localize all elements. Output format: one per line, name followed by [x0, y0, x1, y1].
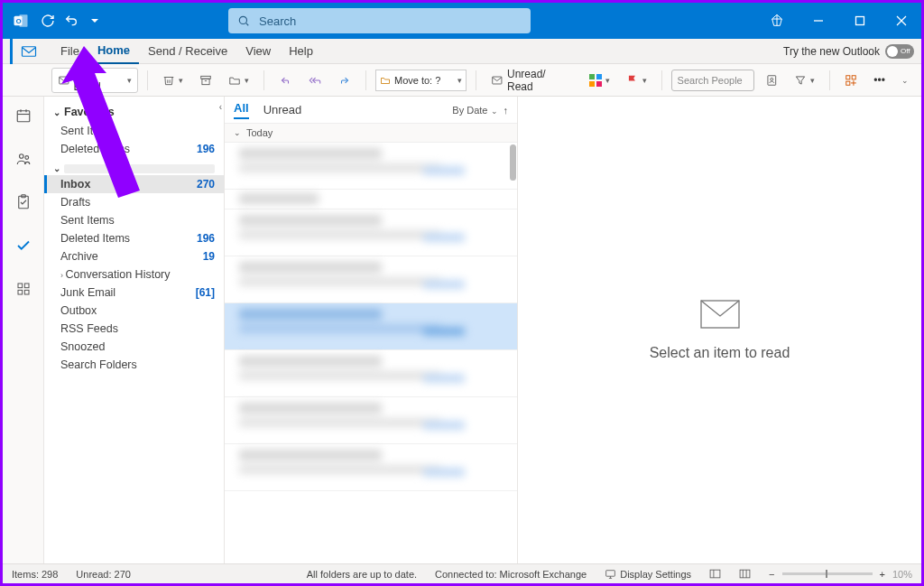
zoom-slider[interactable]: − + 10%	[769, 569, 912, 580]
menu-help[interactable]: Help	[280, 39, 322, 64]
menu-home[interactable]: Home	[88, 39, 139, 64]
mail-item[interactable]	[225, 209, 517, 256]
reply-icon	[279, 74, 291, 87]
ribbon: New Email ▾ ▾ ▾ Move to: ? ▾ Unread/ Rea…	[3, 64, 921, 97]
svg-line-4	[246, 23, 249, 26]
categorize-button[interactable]: ▾	[584, 68, 615, 93]
reply-all-button[interactable]	[302, 68, 328, 93]
status-sync: All folders are up to date.	[307, 569, 417, 580]
minimize-button[interactable]	[799, 3, 838, 39]
account-header[interactable]: ⌄	[44, 158, 224, 175]
premium-icon[interactable]	[757, 3, 797, 39]
apps-button[interactable]	[839, 68, 863, 93]
svg-rect-12	[202, 79, 209, 84]
svg-rect-6	[856, 17, 864, 25]
group-today[interactable]: ⌄Today	[225, 124, 517, 143]
mail-item[interactable]	[225, 444, 517, 491]
sort-direction-button[interactable]: ↑	[504, 105, 509, 116]
mail-item[interactable]	[225, 190, 517, 209]
more-commands-button[interactable]: •••	[868, 68, 891, 93]
sort-by-date[interactable]: By Date ⌄	[452, 105, 497, 116]
undo-icon[interactable]	[62, 12, 80, 30]
maximize-button[interactable]	[840, 3, 880, 39]
svg-rect-26	[17, 111, 30, 122]
folder-move-icon	[228, 74, 241, 87]
rail-more-apps[interactable]	[3, 274, 44, 304]
folder-archive[interactable]: Archive19	[44, 247, 224, 265]
zoom-level: 10%	[892, 569, 912, 580]
rail-tasks[interactable]	[3, 187, 44, 218]
reading-empty-message: Select an item to read	[650, 345, 790, 361]
new-mail-icon	[58, 74, 70, 87]
folder-deleted-items[interactable]: Deleted Items196	[44, 229, 224, 247]
outlook-logo-icon: O	[12, 12, 30, 30]
new-email-button[interactable]: New Email ▾	[51, 68, 138, 93]
qat-dropdown-icon[interactable]	[86, 12, 104, 30]
flag-icon	[626, 74, 639, 87]
mail-item[interactable]	[225, 143, 517, 190]
svg-rect-14	[493, 77, 502, 84]
svg-rect-23	[846, 81, 850, 85]
tab-unread[interactable]: Unread	[263, 103, 302, 116]
search-icon	[237, 14, 250, 27]
svg-rect-35	[24, 284, 29, 288]
svg-rect-22	[853, 75, 856, 79]
mail-item[interactable]	[225, 256, 517, 303]
folder-fav-sent[interactable]: Sent Items	[44, 122, 224, 140]
svg-rect-10	[60, 77, 69, 84]
move-button[interactable]: ▾	[223, 68, 254, 93]
folder-snoozed[interactable]: Snoozed	[44, 338, 224, 356]
reply-button[interactable]	[273, 68, 297, 93]
archive-button[interactable]	[194, 68, 217, 93]
reading-pane: Select an item to read	[518, 97, 921, 563]
forward-icon	[338, 74, 351, 87]
menu-bar: File Home Send / Receive View Help Try t…	[3, 39, 921, 64]
view-reading-button[interactable]	[739, 569, 751, 579]
unread-read-button[interactable]: Unread/ Read	[485, 68, 578, 93]
menu-view[interactable]: View	[236, 39, 280, 64]
zoom-out-icon[interactable]: −	[769, 569, 774, 580]
address-book-button[interactable]	[760, 68, 783, 93]
folder-rss[interactable]: RSS Feeds	[44, 320, 224, 338]
folder-pane: ‹ ⌄Favorites Sent Items Deleted Items196…	[44, 97, 225, 563]
sync-icon[interactable]	[39, 12, 57, 30]
folder-search-folders[interactable]: Search Folders	[44, 356, 224, 374]
delete-button[interactable]: ▾	[157, 68, 189, 93]
new-email-label: New Email	[74, 68, 125, 93]
status-connected: Connected to: Microsoft Exchange	[435, 569, 587, 580]
folder-conversation-history[interactable]: › Conversation History	[44, 265, 224, 284]
svg-rect-37	[24, 290, 29, 294]
rail-todo[interactable]	[3, 230, 44, 261]
tab-all[interactable]: All	[234, 101, 249, 119]
close-button[interactable]	[882, 3, 921, 39]
folder-inbox[interactable]: Inbox270	[44, 175, 224, 193]
move-to-dropdown[interactable]: Move to: ? ▾	[375, 70, 467, 91]
menu-file[interactable]: File	[51, 39, 88, 64]
display-settings-button[interactable]: Display Settings	[605, 569, 691, 580]
view-normal-button[interactable]	[709, 569, 721, 579]
menu-send-receive[interactable]: Send / Receive	[139, 39, 236, 64]
svg-text:O: O	[16, 17, 22, 25]
forward-button[interactable]	[333, 68, 356, 93]
folder-fav-deleted[interactable]: Deleted Items196	[44, 140, 224, 158]
mail-module-icon[interactable]	[10, 39, 44, 64]
favorites-header[interactable]: ⌄Favorites	[44, 102, 224, 122]
search-people-input[interactable]: Search People	[671, 70, 755, 91]
folder-junk[interactable]: Junk Email[61]	[44, 284, 224, 302]
folder-sent-items[interactable]: Sent Items	[44, 211, 224, 229]
rail-people[interactable]	[3, 144, 44, 174]
rail-calendar[interactable]	[3, 100, 44, 131]
filter-button[interactable]: ▾	[789, 68, 820, 93]
mail-item[interactable]	[225, 397, 517, 444]
flag-button[interactable]: ▾	[621, 68, 652, 93]
search-box[interactable]: Search	[228, 8, 531, 33]
mail-item-selected[interactable]	[225, 303, 517, 350]
ribbon-expand-button[interactable]: ⌄	[896, 68, 914, 93]
folder-drafts[interactable]: Drafts	[44, 193, 224, 211]
folder-outbox[interactable]: Outbox	[44, 302, 224, 320]
svg-rect-21	[846, 75, 850, 79]
zoom-in-icon[interactable]: +	[880, 569, 885, 580]
mail-item[interactable]	[225, 350, 517, 397]
collapse-folder-pane-button[interactable]: ‹	[219, 102, 222, 112]
try-new-outlook-toggle[interactable]: Off	[885, 44, 914, 59]
